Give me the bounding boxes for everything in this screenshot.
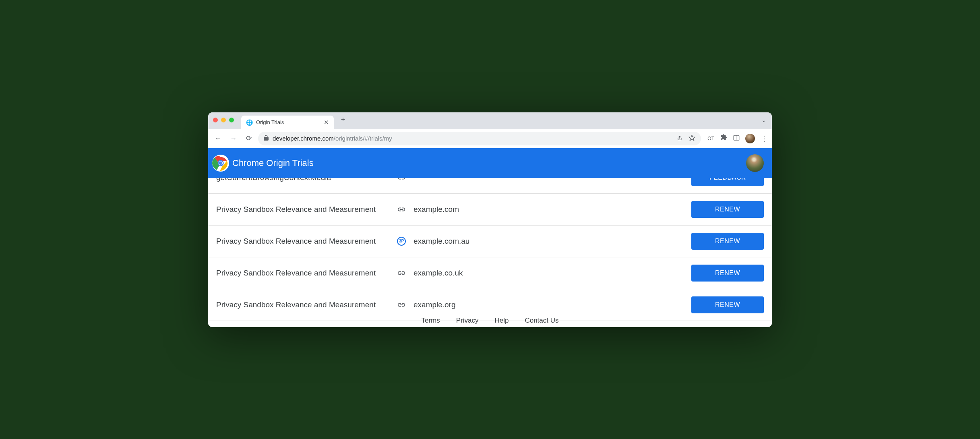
side-panel-icon[interactable] bbox=[733, 135, 740, 143]
origin-domain: example.com.au bbox=[414, 237, 684, 246]
link-icon bbox=[397, 269, 406, 277]
minimize-window-button[interactable] bbox=[221, 118, 226, 122]
link-icon bbox=[397, 300, 406, 309]
footer-terms-link[interactable]: Terms bbox=[421, 317, 440, 325]
feedback-button[interactable]: FEEDBACK bbox=[691, 178, 764, 186]
close-window-button[interactable] bbox=[213, 118, 218, 122]
toolbar-actions: OT ⋮ bbox=[704, 134, 768, 143]
trial-name: Privacy Sandbox Relevance and Measuremen… bbox=[216, 237, 389, 246]
extensions-icon[interactable] bbox=[721, 134, 728, 143]
address-bar[interactable]: developer.chrome.com/origintrials/#/tria… bbox=[258, 132, 701, 145]
browser-window: 🌐 Origin Trials ✕ + ⌄ ← → ⟳ developer.ch… bbox=[208, 112, 772, 327]
renew-button[interactable]: RENEW bbox=[691, 296, 764, 313]
chrome-logo-icon bbox=[211, 154, 230, 172]
trial-name: Privacy Sandbox Relevance and Measuremen… bbox=[216, 300, 389, 309]
origin-domain: example.co.uk bbox=[414, 269, 684, 277]
third-party-icon: 3P bbox=[397, 237, 406, 246]
content-area: getCurrentBrowsingContextMedia FEEDBACK … bbox=[208, 178, 772, 327]
titlebar: 🌐 Origin Trials ✕ + ⌄ bbox=[208, 112, 772, 129]
trial-name: getCurrentBrowsingContextMedia bbox=[216, 178, 389, 182]
footer-links: Terms Privacy Help Contact Us bbox=[208, 317, 772, 325]
renew-button[interactable]: RENEW bbox=[691, 265, 764, 282]
new-tab-button[interactable]: + bbox=[338, 115, 348, 125]
renew-button[interactable]: RENEW bbox=[691, 233, 764, 250]
svg-point-6 bbox=[219, 161, 223, 165]
share-icon[interactable] bbox=[676, 135, 683, 142]
bookmark-icon[interactable] bbox=[688, 135, 695, 143]
app-title: Chrome Origin Trials bbox=[232, 158, 314, 168]
origin-domain: example.com bbox=[414, 205, 684, 214]
footer-contact-link[interactable]: Contact Us bbox=[525, 317, 558, 325]
tabs-dropdown-icon[interactable]: ⌄ bbox=[761, 117, 766, 123]
trial-name: Privacy Sandbox Relevance and Measuremen… bbox=[216, 269, 389, 277]
reload-button[interactable]: ⟳ bbox=[243, 133, 255, 145]
browser-tab[interactable]: 🌐 Origin Trials ✕ bbox=[241, 116, 334, 129]
user-avatar[interactable] bbox=[746, 154, 764, 172]
lock-icon bbox=[264, 135, 269, 142]
trial-row[interactable]: Privacy Sandbox Relevance and Measuremen… bbox=[208, 194, 772, 226]
link-icon bbox=[397, 205, 406, 214]
back-button[interactable]: ← bbox=[212, 133, 224, 145]
origin-domain: example.org bbox=[414, 300, 684, 309]
maximize-window-button[interactable] bbox=[229, 118, 234, 122]
renew-button[interactable]: RENEW bbox=[691, 201, 764, 218]
svg-marker-0 bbox=[689, 135, 695, 140]
forward-button[interactable]: → bbox=[227, 133, 240, 145]
footer-privacy-link[interactable]: Privacy bbox=[456, 317, 479, 325]
trial-list: getCurrentBrowsingContextMedia FEEDBACK … bbox=[208, 178, 772, 327]
browser-toolbar: ← → ⟳ developer.chrome.com/origintrials/… bbox=[208, 129, 772, 148]
link-icon bbox=[397, 178, 406, 182]
footer-help-link[interactable]: Help bbox=[494, 317, 509, 325]
trial-row[interactable]: getCurrentBrowsingContextMedia FEEDBACK bbox=[208, 178, 772, 194]
trial-row[interactable]: Privacy Sandbox Relevance and Measuremen… bbox=[208, 257, 772, 289]
globe-icon: 🌐 bbox=[246, 119, 253, 126]
trial-name: Privacy Sandbox Relevance and Measuremen… bbox=[216, 205, 389, 214]
app-header: Chrome Origin Trials bbox=[208, 148, 772, 178]
window-controls bbox=[213, 118, 234, 122]
close-tab-icon[interactable]: ✕ bbox=[324, 119, 329, 126]
ot-extension-badge[interactable]: OT bbox=[707, 135, 715, 142]
tab-title: Origin Trials bbox=[256, 119, 284, 125]
profile-avatar[interactable] bbox=[745, 134, 755, 143]
svg-rect-1 bbox=[734, 135, 739, 140]
url-text: developer.chrome.com/origintrials/#/tria… bbox=[273, 135, 392, 142]
chrome-menu-icon[interactable]: ⋮ bbox=[761, 134, 768, 143]
trial-row[interactable]: Privacy Sandbox Relevance and Measuremen… bbox=[208, 226, 772, 257]
